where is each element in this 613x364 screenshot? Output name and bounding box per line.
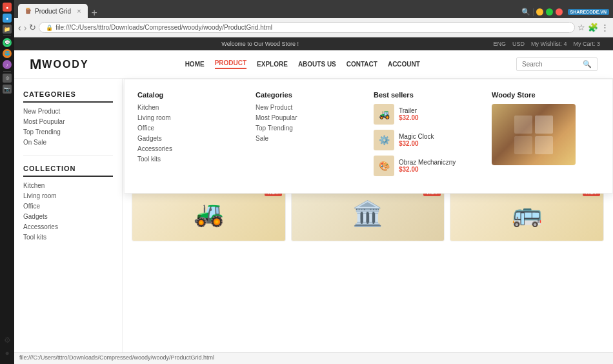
bs-item-3[interactable]: 🎨 Obraz Mechaniczny $32.00 [374,156,481,176]
dropdown-woody-store: Woody Store [492,91,599,181]
status-bar: file:///C:/Users/tttro/Downloads/Compres… [14,352,613,364]
sidebar-cat-2[interactable]: Most Poupular [23,118,113,125]
os-icon-settings[interactable]: ⚙ [3,74,12,83]
os-icon-music[interactable]: ♪ [3,60,12,69]
catalog-item-6[interactable]: Tool kits [137,156,245,163]
bs-name-1: Trailer [399,107,419,114]
os-icon-camera[interactable]: 📷 [3,85,12,94]
os-icon-bottom1[interactable]: ⚙ [4,336,11,345]
bookmark-button[interactable]: ☆ [578,23,585,32]
bs-item-1[interactable]: 🚜 Trailer $32.00 [374,104,481,125]
sidebar-col-5[interactable]: Accessories [23,223,113,230]
os-icon-globe[interactable]: 🌐 [3,49,12,58]
currency-selector[interactable]: USD [512,41,525,47]
sidebar-col-1[interactable]: Kitchen [23,182,113,189]
catalog-item-3[interactable]: Office [137,125,245,132]
catalog-item-1[interactable]: Kitchen [137,104,245,111]
lang-selector[interactable]: ENG [493,41,506,47]
product-img-1: 🚜 HOT [132,186,285,241]
cat-item-3[interactable]: Top Trending [256,125,363,132]
bs-name-2: Magic Clock [399,133,434,140]
search-icon[interactable]: 🔍 [583,60,592,68]
bs-img-1: 🚜 [374,104,394,125]
sidebar-col-6[interactable]: Tool kits [23,234,113,241]
nav-explore[interactable]: EXPLORE [257,61,288,68]
cart-link[interactable]: My Cart: 3 [573,41,600,47]
logo[interactable]: M WOODY [30,56,89,73]
product-card-3[interactable]: 🚌 HOT [450,185,604,241]
bs-price-1: $32.00 [399,114,419,121]
address-bar[interactable]: 🔒 file:///C:/Users/tttro/Downloads/Compr… [39,22,575,33]
cat-item-1[interactable]: New Product [256,104,363,111]
active-tab[interactable]: 🪵 Product Grid × [18,4,88,18]
cat-item-2[interactable]: Most Poupular [256,114,363,121]
left-sidebar: CATEGORIES New Product Most Poupular Top… [14,79,123,352]
cat-item-4[interactable]: Sale [256,135,363,142]
bs-item-2[interactable]: ⚙️ Magic Clock $32.00 [374,130,481,150]
wishlist-link[interactable]: My Wishlist: 4 [531,41,567,47]
bs-price-2: $32.00 [399,140,434,147]
site-header: M WOODY HOME PRODUCT EXPLORE ABOUTS US C… [14,50,613,79]
product-grid: 🚜 HOT 🏛️ HOT 🚌 HOT [132,185,604,241]
best-sellers-title: Best sellers [374,91,481,99]
bs-img-3: 🎨 [374,156,394,176]
os-icon-chat[interactable]: 💬 [3,38,12,47]
bs-img-2: ⚙️ [374,130,394,150]
sidebar-separator [23,155,113,156]
categories-title: CATEGORIES [23,90,113,103]
nav-product[interactable]: PRODUCT [215,59,246,69]
catalog-item-2[interactable]: Living room [137,114,245,121]
new-tab-button[interactable]: + [89,8,100,18]
back-button[interactable]: ‹ [18,23,21,33]
menu-button[interactable]: ⋮ [601,23,609,32]
bs-price-3: $32.00 [399,166,456,173]
nav-home[interactable]: HOME [185,61,205,68]
sidebar-col-2[interactable]: Living room [23,192,113,199]
nav-contact[interactable]: CONTACT [347,61,377,68]
dropdown-best-sellers: Best sellers 🚜 Trailer $32.00 ⚙️ Magic C… [374,91,481,181]
nav-about[interactable]: ABOUTS US [298,61,336,68]
tab-title: Product Grid [35,8,71,15]
logo-text: WOODY [42,59,88,70]
sidebar-col-4[interactable]: Gadgets [23,213,113,220]
woody-store-title: Woody Store [492,91,599,99]
tab-favicon: 🪵 [25,8,32,14]
os-icon-blue[interactable]: ● [3,14,12,23]
categories-title: Categories [256,91,363,99]
forward-button[interactable]: › [24,23,27,33]
os-icon-bottom2[interactable]: ● [5,349,9,358]
os-icon-files[interactable]: 📁 [3,25,12,34]
search-bar[interactable]: 🔍 [516,57,598,71]
browser-toolbar: ‹ › ↻ 🔒 file:///C:/Users/tttro/Downloads… [14,18,613,37]
product-card-1[interactable]: 🚜 HOT [132,185,286,241]
lock-icon: 🔒 [46,25,53,31]
topbar-welcome: Welcome to Our Wood Store ! [221,41,299,47]
logo-m-icon: M [30,56,41,73]
extensions-button[interactable]: 🧩 [588,23,598,32]
window-minimize[interactable] [536,8,543,15]
os-sidebar: ● ● 📁 💬 🌐 ♪ ⚙ 📷 ⚙ ● [0,0,14,364]
product-img-3: 🚌 HOT [450,186,603,241]
tab-close-btn[interactable]: × [77,7,81,15]
tab-bar: 🪵 Product Grid × + 🔍 SHARECODE.VN [14,0,613,18]
site-content: Welcome to Our Wood Store ! ENG USD My W… [14,37,613,364]
catalog-item-4[interactable]: Gadgets [137,135,245,142]
sidebar-cat-3[interactable]: Top Trending [23,128,113,136]
dropdown-categories: Categories New Product Most Poupular Top… [256,91,363,181]
catalog-item-5[interactable]: Accessories [137,145,245,152]
window-maximize[interactable] [546,8,553,15]
sidebar-cat-1[interactable]: New Product [23,108,113,115]
catalog-title: Catalog [137,91,245,99]
product-card-2[interactable]: 🏛️ HOT [291,185,445,241]
window-close[interactable] [556,8,563,15]
main-nav: HOME PRODUCT EXPLORE ABOUTS US CONTACT A… [185,59,420,69]
nav-account[interactable]: ACCOUNT [388,61,420,68]
search-input[interactable] [522,61,580,68]
sidebar-cat-4[interactable]: On Sale [23,139,113,146]
collection-section: COLLECTION Kitchen Living room Office Ga… [23,165,113,241]
os-icon-red[interactable]: ● [3,3,12,12]
refresh-button[interactable]: ↻ [29,23,36,32]
sidebar-col-3[interactable]: Office [23,203,113,210]
search-browser-icon[interactable]: 🔍 [521,8,530,16]
dropdown-catalog: Catalog Kitchen Living room Office Gadge… [137,91,245,181]
